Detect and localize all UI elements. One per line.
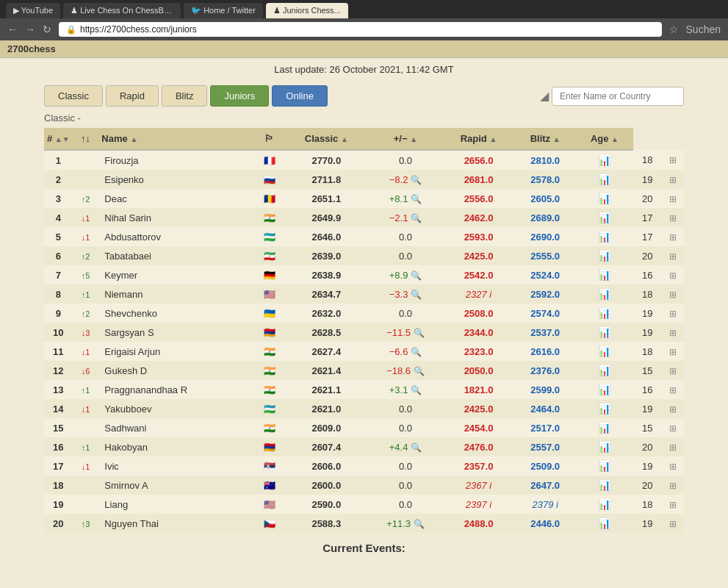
search-icon[interactable]: 🔍 <box>411 385 422 395</box>
search-icon[interactable]: 🔍 <box>414 328 425 338</box>
grid-icon[interactable]: ⊞ <box>669 251 677 262</box>
cell-grid[interactable]: ⊞ <box>661 323 684 342</box>
grid-icon[interactable]: ⊞ <box>669 366 677 376</box>
search-icon[interactable]: 🔍 <box>411 442 422 453</box>
cell-grid[interactable]: ⊞ <box>661 189 684 208</box>
cell-chart[interactable]: 📊 <box>576 170 633 189</box>
cell-grid[interactable]: ⊞ <box>661 456 684 476</box>
grid-icon[interactable]: ⊞ <box>669 442 677 453</box>
cell-grid[interactable]: ⊞ <box>661 399 684 418</box>
chart-icon[interactable]: 📊 <box>598 384 610 395</box>
grid-icon[interactable]: ⊞ <box>669 194 677 204</box>
search-icon[interactable]: 🔍 <box>414 366 425 376</box>
cell-chart[interactable]: 📊 <box>576 514 633 533</box>
cell-grid[interactable]: ⊞ <box>661 246 684 265</box>
cell-chart[interactable]: 📊 <box>576 227 633 246</box>
cell-chart[interactable]: 📊 <box>576 361 633 380</box>
grid-icon[interactable]: ⊞ <box>669 309 677 319</box>
grid-icon[interactable]: ⊞ <box>669 270 677 281</box>
cell-chart[interactable]: 📊 <box>576 476 633 495</box>
cell-chart[interactable]: 📊 <box>576 208 633 227</box>
search-icon[interactable]: 🔍 <box>411 213 422 223</box>
cell-chart[interactable]: 📊 <box>576 304 633 323</box>
chart-icon[interactable]: 📊 <box>598 517 610 529</box>
tab-juniors[interactable]: ♟ Juniors Chess... <box>266 3 348 18</box>
grid-icon[interactable]: ⊞ <box>669 290 677 300</box>
cell-grid[interactable]: ⊞ <box>661 208 684 227</box>
cell-grid[interactable]: ⊞ <box>661 227 684 246</box>
chart-icon[interactable]: 📊 <box>598 326 610 338</box>
search-input[interactable] <box>552 87 684 106</box>
bookmark-button[interactable]: ☆ <box>669 24 679 35</box>
cell-chart[interactable]: 📊 <box>576 399 633 418</box>
cell-grid[interactable]: ⊞ <box>661 284 684 304</box>
tab-online[interactable]: Online <box>272 85 328 107</box>
grid-icon[interactable]: ⊞ <box>669 404 677 415</box>
tab-blitz[interactable]: Blitz <box>162 85 208 107</box>
tab-chessbase[interactable]: ♟ Live Chess On ChessBase.com <box>63 3 181 18</box>
forward-button[interactable]: → <box>25 24 35 35</box>
cell-grid[interactable]: ⊞ <box>661 495 684 514</box>
cell-chart[interactable]: 📊 <box>576 284 633 304</box>
grid-icon[interactable]: ⊞ <box>669 328 677 338</box>
chart-icon[interactable]: 📊 <box>598 345 610 357</box>
chart-icon[interactable]: 📊 <box>598 460 610 472</box>
grid-icon[interactable]: ⊞ <box>669 423 677 434</box>
cell-grid[interactable]: ⊞ <box>661 342 684 361</box>
chart-icon[interactable]: 📊 <box>598 250 610 262</box>
cell-chart[interactable]: 📊 <box>576 265 633 284</box>
cell-chart[interactable]: 📊 <box>576 380 633 399</box>
tab-classic[interactable]: Classic <box>44 85 103 107</box>
tab-youtube[interactable]: ▶ YouTube <box>6 3 60 18</box>
search-icon[interactable]: 🔍 <box>411 270 422 281</box>
grid-icon[interactable]: ⊞ <box>669 347 677 357</box>
cell-grid[interactable]: ⊞ <box>661 418 684 437</box>
tab-rapid[interactable]: Rapid <box>106 85 159 107</box>
grid-icon[interactable]: ⊞ <box>669 155 677 165</box>
cell-chart[interactable]: 📊 <box>576 342 633 361</box>
cell-grid[interactable]: ⊞ <box>661 380 684 399</box>
cell-grid[interactable]: ⊞ <box>661 514 684 533</box>
cell-chart[interactable]: 📊 <box>576 323 633 342</box>
cell-grid[interactable]: ⊞ <box>661 476 684 495</box>
cell-grid[interactable]: ⊞ <box>661 150 684 170</box>
search-icon[interactable]: 🔍 <box>411 290 422 300</box>
chart-icon[interactable]: 📊 <box>598 154 610 166</box>
filter-icon[interactable]: ◢ <box>540 89 549 103</box>
tab-juniors[interactable]: Juniors <box>210 85 269 107</box>
grid-icon[interactable]: ⊞ <box>669 385 677 395</box>
chart-icon[interactable]: 📊 <box>598 422 610 434</box>
chart-icon[interactable]: 📊 <box>598 403 610 415</box>
cell-grid[interactable]: ⊞ <box>661 437 684 456</box>
grid-icon[interactable]: ⊞ <box>669 500 677 510</box>
cell-chart[interactable]: 📊 <box>576 495 633 514</box>
address-bar[interactable]: 🔒 https://2700chess.com/juniors <box>59 22 662 37</box>
cell-grid[interactable]: ⊞ <box>661 265 684 284</box>
grid-icon[interactable]: ⊞ <box>669 213 677 223</box>
chart-icon[interactable]: 📊 <box>598 288 610 300</box>
reload-button[interactable]: ↻ <box>43 24 51 35</box>
search-icon[interactable]: 🔍 <box>411 175 422 185</box>
back-button[interactable]: ← <box>7 24 18 35</box>
cell-grid[interactable]: ⊞ <box>661 304 684 323</box>
cell-chart[interactable]: 📊 <box>576 150 633 170</box>
grid-icon[interactable]: ⊞ <box>669 462 677 472</box>
chart-icon[interactable]: 📊 <box>598 212 610 223</box>
chart-icon[interactable]: 📊 <box>598 173 610 185</box>
grid-icon[interactable]: ⊞ <box>669 481 677 491</box>
grid-icon[interactable]: ⊞ <box>669 519 677 529</box>
cell-chart[interactable]: 📊 <box>576 418 633 437</box>
search-icon[interactable]: 🔍 <box>411 347 422 357</box>
cell-grid[interactable]: ⊞ <box>661 361 684 380</box>
chart-icon[interactable]: 📊 <box>598 479 610 491</box>
search-browser-button[interactable]: Suchen <box>686 24 721 35</box>
search-icon[interactable]: 🔍 <box>414 519 425 529</box>
cell-chart[interactable]: 📊 <box>576 437 633 456</box>
cell-chart[interactable]: 📊 <box>576 189 633 208</box>
chart-icon[interactable]: 📊 <box>598 441 610 453</box>
cell-chart[interactable]: 📊 <box>576 456 633 476</box>
chart-icon[interactable]: 📊 <box>598 365 610 376</box>
chart-icon[interactable]: 📊 <box>598 498 610 510</box>
search-icon[interactable]: 🔍 <box>411 194 422 204</box>
grid-icon[interactable]: ⊞ <box>669 232 677 243</box>
